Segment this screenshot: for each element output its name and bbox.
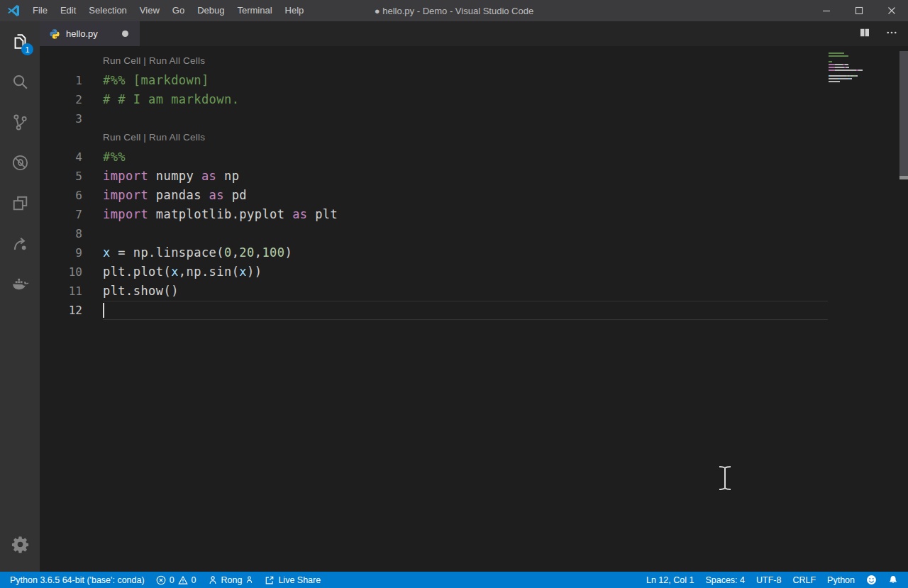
gear-icon [11, 535, 30, 554]
codelens-run-all-cells[interactable]: Run All Cells [149, 132, 205, 143]
menu-debug[interactable]: Debug [191, 0, 231, 21]
minimap-line [829, 52, 894, 54]
status-left: Python 3.6.5 64-bit ('base': conda)00Ron… [4, 572, 326, 588]
code-content[interactable]: import pandas as pd [103, 186, 828, 205]
status-live-share-user[interactable]: Rong [202, 572, 260, 588]
code-content[interactable] [103, 301, 828, 320]
minimize-button[interactable] [810, 0, 843, 21]
code-editor[interactable]: Run Cell | Run All Cells1#%% [markdown]2… [40, 46, 908, 572]
code-content[interactable]: plt.show() [103, 282, 828, 301]
code-content[interactable]: import matplotlib.pyplot as plt [103, 205, 828, 224]
status-encoding[interactable]: UTF-8 [751, 572, 787, 588]
minimap[interactable] [829, 52, 894, 87]
menu-file[interactable]: File [26, 0, 54, 21]
minimap-line [829, 64, 894, 65]
language-mode-label: Python [827, 575, 855, 585]
code-content[interactable]: plt.plot(x,np.sin(x)) [103, 262, 828, 282]
activity-source-control[interactable] [0, 102, 40, 143]
error-count: 0 [170, 575, 175, 585]
window-title: ● hello.py - Demo - Visual Studio Code [375, 6, 533, 16]
codelens-run-cell[interactable]: Run Cell [103, 55, 140, 66]
codelens-run-all-cells[interactable]: Run All Cells [149, 55, 205, 66]
line-number: 2 [40, 90, 82, 109]
activity-debug[interactable] [0, 143, 40, 183]
code-content[interactable] [103, 224, 828, 243]
status-live-share[interactable]: Live Share [259, 572, 326, 588]
split-editor-button[interactable] [858, 26, 871, 42]
status-cursor-position[interactable]: Ln 12, Col 1 [641, 572, 699, 588]
code-content[interactable]: import numpy as np [103, 167, 828, 186]
editor-scrollbar[interactable] [899, 51, 908, 179]
share-icon [265, 575, 275, 585]
code-line-4: 4#%% [40, 148, 908, 167]
code-content[interactable]: x = np.linspace(0,20,100) [103, 243, 828, 262]
codelens-content: Run Cell | Run All Cells [103, 128, 828, 148]
line-number [40, 128, 82, 148]
tab-hello.py[interactable]: hello.py [40, 21, 140, 46]
code-line-3: 3 [40, 109, 908, 128]
split-editor-icon [858, 26, 871, 39]
minimap-line [829, 84, 894, 85]
menu-terminal[interactable]: Terminal [231, 0, 278, 21]
code-line-9: 9x = np.linspace(0,20,100) [40, 243, 908, 262]
status-eol[interactable]: CRLF [787, 572, 821, 588]
status-language-mode[interactable]: Python [821, 572, 860, 588]
tabs: hello.py [40, 21, 140, 46]
code-line-7: 7import matplotlib.pyplot as plt [40, 205, 908, 224]
maximize-icon [855, 6, 863, 15]
smiley-icon [866, 575, 877, 585]
editor-region: hello.py Run Cell | Run All Cells1#%% [m… [40, 21, 908, 572]
activity-explorer[interactable]: 1 [0, 21, 40, 62]
activity-search[interactable] [0, 62, 40, 102]
menu-go[interactable]: Go [166, 0, 191, 21]
line-number: 11 [40, 282, 82, 301]
menu-edit[interactable]: Edit [54, 0, 82, 21]
line-number: 12 [40, 301, 82, 320]
menu-view[interactable]: View [133, 0, 166, 21]
maximize-button[interactable] [843, 0, 875, 21]
status-feedback[interactable] [860, 572, 882, 588]
line-number: 9 [40, 243, 82, 262]
minimap-line [829, 70, 894, 71]
line-number: 7 [40, 205, 82, 224]
more-actions-button[interactable] [885, 26, 898, 42]
menu-help[interactable]: Help [279, 0, 311, 21]
activity-docker[interactable] [0, 264, 40, 304]
code-line-10: 10plt.plot(x,np.sin(x)) [40, 262, 908, 282]
codelens-separator: | [140, 132, 149, 143]
activity-bar: 1 [0, 21, 40, 572]
error-icon [156, 575, 166, 585]
python-interpreter-label: Python 3.6.5 64-bit ('base': conda) [10, 575, 145, 585]
code-content[interactable]: #%% [103, 148, 828, 167]
activity-settings[interactable] [0, 524, 40, 565]
vscode-logo [6, 4, 21, 18]
encoding-label: UTF-8 [756, 575, 781, 585]
ellipsis-icon [885, 26, 898, 39]
line-number: 3 [40, 109, 82, 128]
debug-disabled-icon [11, 153, 30, 172]
status-indentation[interactable]: Spaces: 4 [699, 572, 751, 588]
status-python-interpreter[interactable]: Python 3.6.5 64-bit ('base': conda) [4, 572, 150, 588]
activity-extensions[interactable] [0, 183, 40, 223]
warning-count: 0 [192, 575, 196, 585]
code-line-1: 1#%% [markdown] [40, 71, 908, 90]
activity-live-share[interactable] [0, 223, 40, 264]
git-branch-icon [11, 113, 30, 132]
menu-selection[interactable]: Selection [82, 0, 133, 21]
eol-label: CRLF [792, 575, 816, 585]
tab-bar: hello.py [40, 21, 908, 46]
tab-label: hello.py [66, 28, 98, 39]
codelens-run-cell[interactable]: Run Cell [103, 132, 140, 143]
status-notifications[interactable] [882, 572, 904, 588]
code-content[interactable]: # # I am markdown. [103, 90, 828, 109]
status-problems[interactable]: 00 [150, 572, 202, 588]
close-button[interactable] [875, 0, 908, 21]
code-area: Run Cell | Run All Cells1#%% [markdown]2… [40, 52, 908, 320]
code-content[interactable]: #%% [markdown] [103, 71, 828, 90]
line-number: 8 [40, 224, 82, 243]
code-line-5: 5import numpy as np [40, 167, 908, 186]
minimap-line [829, 67, 894, 68]
text-cursor [103, 303, 104, 318]
code-content[interactable] [103, 109, 828, 128]
codelens-row: Run Cell | Run All Cells [40, 128, 908, 148]
